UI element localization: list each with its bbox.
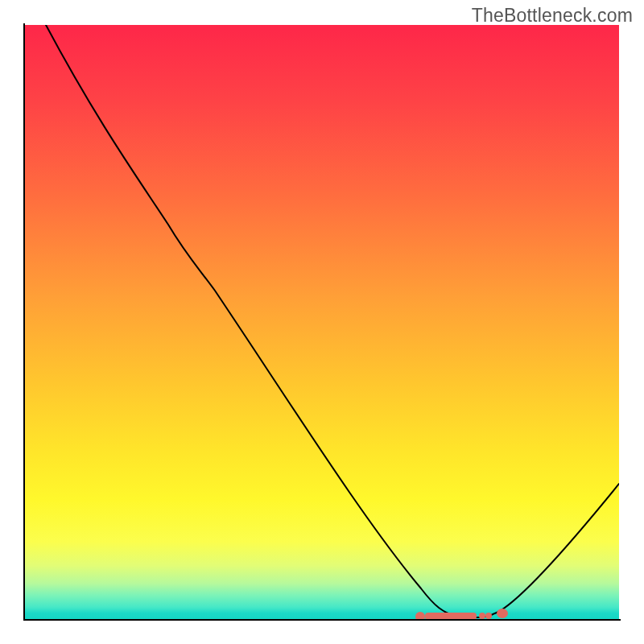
chart-background — [25, 25, 619, 619]
watermark-text: TheBottleneck.com — [472, 5, 633, 27]
